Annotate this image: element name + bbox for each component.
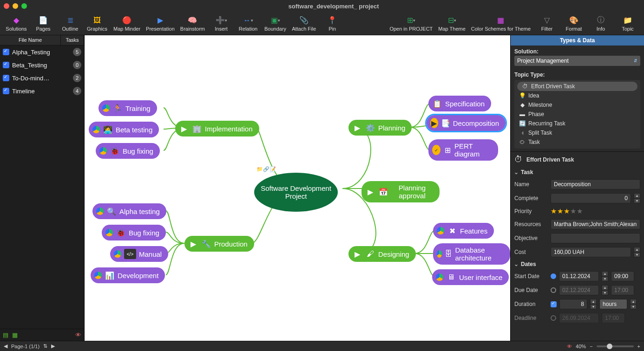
tool-filter[interactable]: ▽Filter: [533, 13, 560, 34]
branch-designing[interactable]: ▶ 🖌 Designing: [348, 246, 416, 262]
prev-page-icon[interactable]: ◀: [4, 343, 7, 349]
complete-stepper[interactable]: ▲▼: [634, 193, 640, 203]
file-row[interactable]: To-Do-mind…2: [0, 72, 84, 84]
tool-map-theme[interactable]: ⊟ ▾Map Theme: [435, 13, 468, 34]
tool-pin[interactable]: 📍Pin: [319, 13, 346, 34]
type-split-task[interactable]: ⫞Split Task: [514, 128, 640, 137]
dates-section-head[interactable]: Dates: [511, 259, 644, 269]
view-icon-1[interactable]: ▤: [3, 332, 8, 338]
zoom-icon[interactable]: [21, 3, 27, 9]
file-checkbox[interactable]: [3, 75, 9, 81]
tool-brainstorm[interactable]: 🧠Brainstorm: [177, 13, 208, 34]
minimize-icon[interactable]: [13, 3, 18, 9]
tool-graphics[interactable]: 🖼Graphics: [84, 13, 111, 34]
page-indicator[interactable]: Page-1 (1/1): [11, 344, 39, 349]
type-idea[interactable]: 💡Idea: [514, 91, 640, 100]
tool-attach-file[interactable]: 📎Attach File: [289, 13, 319, 34]
tool-open-in-project[interactable]: ⊞ ▾Open in PROJECT: [387, 13, 435, 34]
cost-input[interactable]: 160,00 UAH: [551, 247, 631, 257]
deadline-radio[interactable]: [551, 315, 556, 321]
tool-topic[interactable]: 📁Topic: [614, 13, 641, 34]
file-checkbox[interactable]: [3, 88, 9, 94]
topic-development[interactable]: 📊 Development: [91, 267, 165, 283]
file-checkbox[interactable]: [3, 62, 9, 68]
due-time-input[interactable]: 17:00: [611, 285, 634, 295]
topic-training[interactable]: 🏃 Training: [99, 100, 157, 116]
tool-boundary[interactable]: ▣ ▾Boundary: [262, 13, 289, 34]
zoom-in-icon[interactable]: +: [637, 344, 640, 349]
start-date-input[interactable]: 01.12.2024: [559, 271, 599, 281]
deadline-date-input[interactable]: 26.09.2024: [559, 313, 599, 323]
center-topic[interactable]: Software Development Project: [254, 173, 338, 212]
solution-select[interactable]: Project Management: [514, 56, 640, 66]
col-filename[interactable]: File Name: [0, 35, 61, 45]
type-milestone[interactable]: ◆Milestone: [514, 100, 640, 110]
type-effort-driven-task[interactable]: ⏱Effort Driven Task: [517, 82, 637, 91]
file-row[interactable]: Alpha_Testing5: [0, 46, 84, 58]
file-checkbox[interactable]: [3, 49, 9, 55]
col-tasks[interactable]: Tasks: [61, 35, 84, 45]
task-section-head[interactable]: Task: [511, 167, 644, 177]
topic-ui[interactable]: 🖥 User interface: [432, 269, 509, 285]
type-recurring-task[interactable]: 🔄Recurring Task: [514, 119, 640, 128]
due-radio[interactable]: [551, 287, 556, 293]
tool-presentation[interactable]: ▶Presentation: [143, 13, 177, 34]
gear-icon: ⚙️: [365, 123, 375, 133]
due-date-stepper[interactable]: ▲▼: [602, 285, 608, 295]
eye-icon[interactable]: 👁: [75, 332, 81, 338]
eye-icon[interactable]: 👁: [567, 344, 572, 349]
cost-stepper[interactable]: ▲▼: [634, 247, 640, 257]
type-task[interactable]: ⏲Task: [514, 137, 640, 147]
objective-input[interactable]: [551, 233, 640, 243]
topic-pert[interactable]: ✓ ⊞ PERT diagram: [428, 139, 498, 161]
start-time-input[interactable]: 09:00: [611, 271, 634, 281]
topic-beta-testing[interactable]: 👩‍💻 Beta testing: [89, 122, 159, 137]
branch-implementation[interactable]: ▶ 🏢 Implementation: [175, 121, 259, 136]
tool-pages[interactable]: 📄Pages: [30, 13, 57, 34]
topic-manual[interactable]: </> Manual: [110, 246, 168, 262]
duration-checkbox[interactable]: [551, 301, 557, 307]
zoom-slider[interactable]: [597, 345, 634, 347]
tool-relation[interactable]: ↔ ▾Relation: [235, 13, 262, 34]
duration-stepper[interactable]: ▲▼: [590, 299, 597, 309]
tool-map-minder[interactable]: 🔴Map Minder: [111, 13, 143, 34]
building-icon: 🏢: [192, 124, 202, 134]
start-radio[interactable]: [551, 273, 556, 279]
type-phase[interactable]: ▬Phase: [514, 110, 640, 119]
topic-features[interactable]: ✖ Features: [433, 223, 494, 239]
topic-specification[interactable]: 📋 Specification: [428, 96, 491, 111]
branch-production[interactable]: ▶ 🔧 Production: [184, 236, 254, 252]
file-row[interactable]: Beta_Testing0: [0, 58, 84, 72]
close-icon[interactable]: [4, 3, 9, 9]
tool-insert[interactable]: ➕ ▾Insert: [208, 13, 235, 34]
duration-unit-select[interactable]: hours: [599, 299, 627, 309]
topic-bug-fixing-2[interactable]: 🐞 Bug fixing: [102, 225, 166, 240]
mindmap-canvas[interactable]: 📁🔗📝 Software Development Project ▶ 🏢 Imp…: [85, 35, 510, 341]
topic-label: Features: [460, 227, 487, 235]
duration-input[interactable]: 8: [559, 299, 587, 309]
topic-alpha-testing[interactable]: 🔍 Alpha testing: [92, 203, 166, 219]
tool-format[interactable]: 🎨Format: [560, 13, 587, 34]
topic-decomposition[interactable]: ▶ 📑 Decomposition: [427, 115, 506, 131]
tool-solutions[interactable]: ◆Solutions: [3, 13, 30, 34]
priority-stars[interactable]: ★★★★★: [551, 207, 583, 215]
zoom-out-icon[interactable]: −: [590, 344, 592, 349]
resources-input[interactable]: Martha Brown;John Smith;Alexan: [551, 219, 640, 229]
topic-db-arch[interactable]: 🗄 Database architecture: [433, 243, 510, 265]
name-input[interactable]: Decomposition: [551, 179, 640, 189]
file-row[interactable]: Timeline4: [0, 84, 84, 98]
due-date-input[interactable]: 02.12.2024: [559, 285, 599, 295]
duration-unit-stepper[interactable]: ▲▼: [630, 299, 637, 309]
start-date-stepper[interactable]: ▲▼: [602, 271, 608, 281]
branch-planning[interactable]: ▶ ⚙️ Planning: [348, 120, 412, 136]
tool-outline[interactable]: ≣Outline: [57, 13, 84, 34]
deadline-time-input[interactable]: 17:00: [602, 313, 625, 323]
tool-info[interactable]: ⓘInfo: [587, 13, 614, 34]
topic-bug-fixing-1[interactable]: 🐞 Bug fixing: [96, 143, 160, 159]
next-page-icon[interactable]: ▶: [51, 343, 55, 349]
branch-approval[interactable]: ▶ 📅 Planning approval: [361, 181, 440, 202]
view-icon-2[interactable]: ▦: [12, 332, 18, 338]
complete-input[interactable]: 0: [551, 193, 631, 203]
tool-color-schemes-for-theme[interactable]: ▦Color Schemes for Theme: [468, 13, 533, 34]
page-stepper[interactable]: ⇅: [43, 343, 47, 349]
